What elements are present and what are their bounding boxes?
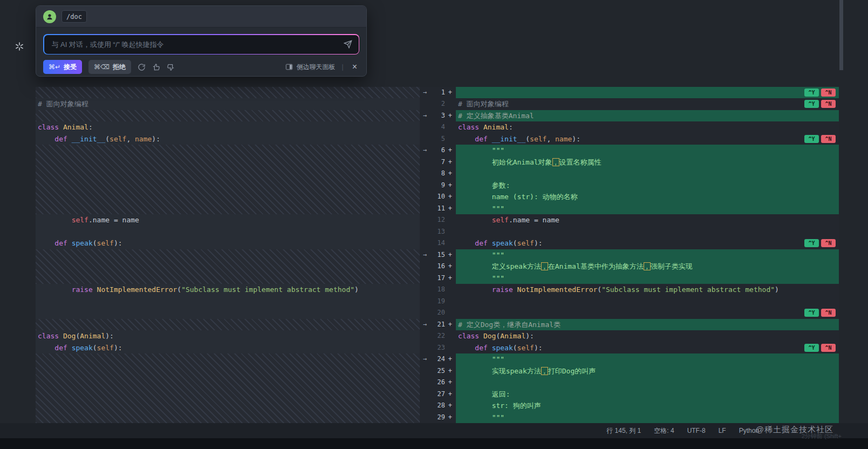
ambiguous-char-highlight: ， xyxy=(644,262,651,270)
chunk-accept-button[interactable]: ^Y xyxy=(804,89,819,97)
status-eol[interactable]: LF xyxy=(719,427,726,434)
status-indentation[interactable]: 空格: 4 xyxy=(654,426,674,436)
code-line-modified[interactable]: """ xyxy=(456,273,839,284)
code-token: speak xyxy=(492,239,513,247)
code-line-modified[interactable]: """ xyxy=(456,353,839,365)
code-line-modified[interactable]: self.name = name xyxy=(456,214,839,226)
chunk-accept-button[interactable]: ^Y xyxy=(804,135,819,143)
code-line-modified[interactable]: # 面向对象编程 xyxy=(456,98,839,110)
code-line-modified[interactable]: str: 狗的叫声 xyxy=(456,400,839,411)
code-line-original[interactable]: def speak(self): xyxy=(38,237,122,249)
diff-chunk-arrow-icon[interactable]: → xyxy=(423,110,427,121)
status-cursor-position[interactable]: 行 145, 列 1 xyxy=(606,426,641,436)
code-line-modified[interactable]: 初始化Animal对象，设置名称属性 xyxy=(456,157,839,168)
code-line-modified[interactable]: """ xyxy=(456,203,839,214)
code-token: ): xyxy=(534,239,543,247)
code-line-modified[interactable]: 参数: xyxy=(456,180,839,191)
code-line-modified[interactable]: def __init__(self, name): xyxy=(456,133,839,145)
code-line-modified[interactable]: name (str): 动物的名称 xyxy=(456,191,839,202)
chunk-accept-button[interactable]: ^Y xyxy=(804,100,819,108)
line-number: 7 xyxy=(441,157,445,168)
chunk-reject-button[interactable]: ^N xyxy=(821,100,836,108)
diff-editor: # 面向对象编程class Animal: def __init__(self,… xyxy=(36,87,839,423)
send-icon[interactable] xyxy=(344,40,352,49)
line-number: 11 xyxy=(438,203,445,214)
divider: | xyxy=(342,63,344,71)
close-icon[interactable]: × xyxy=(350,62,359,72)
code-line-modified[interactable]: # 定义Dog类，继承自Animal类 xyxy=(456,319,839,330)
code-token: 打印Dog的叫声 xyxy=(548,367,596,375)
added-line-marker: + xyxy=(448,87,452,98)
added-line-marker: + xyxy=(448,353,452,365)
thumbs-down-icon[interactable] xyxy=(167,63,175,71)
code-line-modified[interactable]: raise NotImplementedError("Subclass must… xyxy=(456,284,839,295)
thumbs-up-icon[interactable] xyxy=(152,63,160,71)
code-line-modified[interactable]: def speak(self): xyxy=(456,342,839,353)
code-line-original[interactable]: class Animal: xyxy=(38,121,93,133)
diff-chunk-arrow-icon[interactable]: → xyxy=(423,249,427,261)
code-line-modified[interactable] xyxy=(456,296,839,307)
code-line-modified[interactable]: """ xyxy=(456,412,839,423)
code-line-original[interactable]: self.name = name xyxy=(38,214,139,226)
code-line-modified[interactable]: 定义speak方法，在Animal基类中作为抽象方法，强制子类实现 xyxy=(456,261,839,272)
code-token: : xyxy=(509,123,513,131)
chunk-accept-button[interactable]: ^Y xyxy=(804,239,819,247)
code-line-modified[interactable]: 返回: xyxy=(456,389,839,400)
regenerate-icon[interactable] xyxy=(138,63,146,71)
accept-button[interactable]: ⌘↵ 接受 xyxy=(43,60,82,74)
gutter-row: →21+ xyxy=(420,319,456,330)
reject-button[interactable]: ⌘⌫ 拒绝 xyxy=(88,60,131,74)
ambiguous-char-highlight: ， xyxy=(552,158,559,166)
code-token xyxy=(38,344,54,352)
line-number: 16 xyxy=(438,261,445,272)
code-token: Dog xyxy=(483,332,496,340)
line-number: 20 xyxy=(438,307,445,318)
line-number: 2 xyxy=(441,98,445,110)
code-line-modified[interactable]: class Dog(Animal): xyxy=(456,330,839,342)
code-line-modified[interactable]: def speak(self): xyxy=(456,237,839,249)
code-line-original[interactable]: def speak(self): xyxy=(38,342,122,353)
code-line-modified[interactable]: """ xyxy=(456,145,839,156)
diff-chunk-arrow-icon[interactable]: → xyxy=(423,87,427,98)
code-line-modified[interactable] xyxy=(456,168,839,179)
diff-chunk-arrow-icon[interactable]: → xyxy=(423,353,427,365)
code-token: ( xyxy=(93,239,97,247)
chunk-reject-button[interactable]: ^N xyxy=(821,344,836,352)
code-token: """ xyxy=(492,146,504,154)
diff-chunk-arrow-icon[interactable]: → xyxy=(423,145,427,156)
code-line-original[interactable]: # 面向对象编程 xyxy=(38,98,88,110)
line-number: 15 xyxy=(438,249,445,261)
code-line-original[interactable]: class Dog(Animal): xyxy=(38,330,114,342)
open-side-chat-panel[interactable]: 侧边聊天面板 xyxy=(285,63,336,72)
code-line-modified[interactable]: """ xyxy=(456,249,839,261)
code-line-original[interactable]: raise NotImplementedError("Subclass must… xyxy=(38,284,359,295)
inserted-region-hatch xyxy=(36,319,420,330)
code-token: class xyxy=(458,123,479,131)
chunk-reject-button[interactable]: ^N xyxy=(821,135,836,143)
code-line-modified[interactable] xyxy=(456,377,839,388)
code-line-modified[interactable] xyxy=(456,226,839,237)
diff-chunk-controls: ^Y^N xyxy=(804,89,836,97)
slash-command-chip[interactable]: /doc xyxy=(61,10,87,23)
diff-chunk-controls: ^Y^N xyxy=(804,344,836,352)
code-line-modified[interactable]: class Animal: xyxy=(456,121,839,133)
ai-chat-input[interactable] xyxy=(51,40,344,49)
accept-shortcut: ⌘↵ xyxy=(49,63,60,71)
code-line-modified[interactable]: # 定义抽象基类Animal xyxy=(456,110,839,121)
code-token: Animal xyxy=(483,123,509,131)
chunk-reject-button[interactable]: ^N xyxy=(821,309,836,317)
scrollbar-thumb[interactable] xyxy=(839,0,843,70)
code-line-modified[interactable]: 实现speak方法，打印Dog的叫声 xyxy=(456,365,839,377)
chunk-reject-button[interactable]: ^N xyxy=(821,89,836,97)
status-encoding[interactable]: UTF-8 xyxy=(687,427,706,434)
code-line-modified[interactable] xyxy=(456,307,839,318)
accept-label: 接受 xyxy=(64,63,77,72)
added-line-marker: + xyxy=(448,400,452,411)
code-line-original[interactable]: def __init__(self, name): xyxy=(38,133,160,145)
diff-chunk-arrow-icon[interactable]: → xyxy=(423,319,427,330)
chunk-reject-button[interactable]: ^N xyxy=(821,239,836,247)
chunk-accept-button[interactable]: ^Y xyxy=(804,344,819,352)
code-line-modified[interactable] xyxy=(456,87,839,98)
line-number: 17 xyxy=(438,273,445,284)
chunk-accept-button[interactable]: ^Y xyxy=(804,309,819,317)
